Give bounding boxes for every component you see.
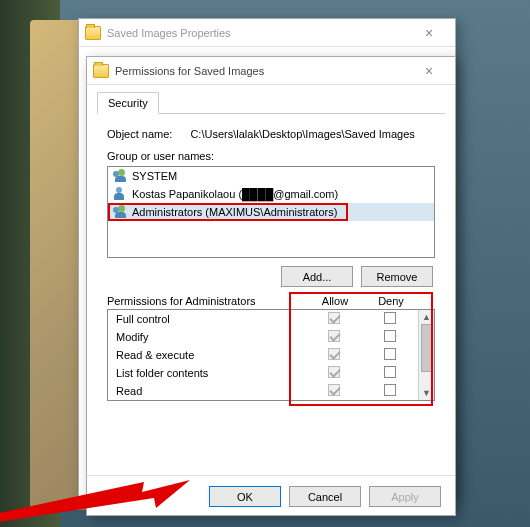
permissions-window: Permissions for Saved Images × Security … (86, 56, 456, 516)
deny-checkbox[interactable] (384, 366, 396, 378)
allow-checkbox[interactable] (328, 330, 340, 342)
permission-name: Modify (108, 331, 306, 343)
permission-name: Read (108, 385, 306, 397)
scrollbar[interactable]: ▲ ▼ (418, 310, 434, 400)
properties-title: Saved Images Properties (107, 27, 409, 39)
permission-row: Read & execute (108, 346, 418, 364)
remove-button[interactable]: Remove (361, 266, 433, 287)
object-name-label: Object name: (107, 128, 172, 140)
scroll-thumb[interactable] (421, 324, 432, 372)
tab-strip: Security (97, 91, 445, 114)
permission-row: List folder contents (108, 364, 418, 382)
group-icon (112, 204, 128, 220)
security-panel: Object name: C:\Users\lalak\Desktop\Imag… (97, 114, 445, 407)
list-item[interactable]: Administrators (MAXIMUS\Administrators) (108, 203, 434, 221)
list-item[interactable]: SYSTEM (108, 167, 434, 185)
allow-checkbox[interactable] (328, 348, 340, 360)
permission-row: Read (108, 382, 418, 400)
deny-checkbox[interactable] (384, 384, 396, 396)
properties-titlebar: Saved Images Properties × (79, 19, 455, 47)
permission-row: Modify (108, 328, 418, 346)
object-name-row: Object name: C:\Users\lalak\Desktop\Imag… (107, 128, 435, 140)
close-icon[interactable]: × (409, 63, 449, 79)
add-remove-row: Add... Remove (109, 266, 433, 287)
group-user-listbox[interactable]: SYSTEMKostas Papanikolaou (████@gmail.co… (107, 166, 435, 258)
permissions-grid: Permissions for Administrators Allow Den… (107, 295, 435, 401)
close-icon[interactable]: × (409, 25, 449, 41)
permissions-listbox: Full controlModifyRead & executeList fol… (107, 309, 435, 401)
deny-checkbox[interactable] (384, 330, 396, 342)
cancel-button[interactable]: Cancel (289, 486, 361, 507)
person-icon (112, 186, 128, 202)
permission-name: List folder contents (108, 367, 306, 379)
permissions-header: Permissions for Administrators Allow Den… (107, 295, 435, 307)
group-icon (112, 168, 128, 184)
permission-name: Read & execute (108, 349, 306, 361)
folder-icon (93, 64, 109, 78)
allow-checkbox[interactable] (328, 312, 340, 324)
deny-header: Deny (363, 295, 419, 307)
tab-security[interactable]: Security (97, 92, 159, 114)
deny-checkbox[interactable] (384, 348, 396, 360)
list-item-label: Kostas Papanikolaou (████@gmail.com) (132, 188, 338, 200)
apply-button[interactable]: Apply (369, 486, 441, 507)
permission-row: Full control (108, 310, 418, 328)
permissions-title: Permissions for Saved Images (115, 65, 409, 77)
list-item-label: Administrators (MAXIMUS\Administrators) (132, 206, 337, 218)
group-users-label: Group or user names: (107, 150, 435, 162)
allow-checkbox[interactable] (328, 384, 340, 396)
permissions-for-label: Permissions for Administrators (107, 295, 307, 307)
permissions-list: Full controlModifyRead & executeList fol… (108, 310, 418, 400)
allow-header: Allow (307, 295, 363, 307)
folder-icon (85, 26, 101, 40)
list-item-label: SYSTEM (132, 170, 177, 182)
object-name-value: C:\Users\lalak\Desktop\Images\Saved Imag… (190, 128, 414, 140)
deny-checkbox[interactable] (384, 312, 396, 324)
add-button[interactable]: Add... (281, 266, 353, 287)
permissions-titlebar[interactable]: Permissions for Saved Images × (87, 57, 455, 85)
list-item[interactable]: Kostas Papanikolaou (████@gmail.com) (108, 185, 434, 203)
dialog-button-row: OK Cancel Apply (87, 475, 455, 507)
ok-button[interactable]: OK (209, 486, 281, 507)
allow-checkbox[interactable] (328, 366, 340, 378)
permission-name: Full control (108, 313, 306, 325)
scroll-up-icon[interactable]: ▲ (419, 310, 434, 324)
scroll-down-icon[interactable]: ▼ (419, 386, 434, 400)
